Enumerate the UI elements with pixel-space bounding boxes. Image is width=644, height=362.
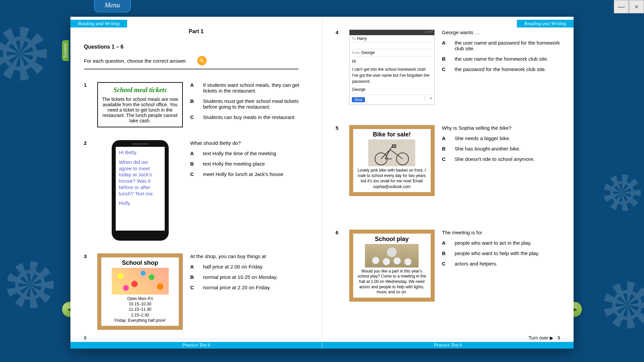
question-1: 1 School meal tickets The tickets for sc… [84, 82, 309, 127]
turn-over-text: Turn over ▶ [529, 335, 553, 341]
option-text: half price at 2.00 on Friday. [203, 264, 309, 269]
q5-option-c[interactable]: C [442, 156, 447, 162]
play-image [365, 244, 419, 267]
question-number: 4 [336, 29, 342, 105]
option-text: the password for the homework club site. [455, 66, 560, 72]
answer-key-button[interactable] [197, 56, 207, 65]
q1-notice-title: School meal tickets [101, 86, 179, 94]
option-text: the user name for the homework club site… [455, 56, 560, 62]
option-text: Students can buy meals in the restaurant… [203, 114, 309, 120]
bg-gear-icon [604, 174, 641, 211]
menu-button[interactable]: Menu [94, 0, 131, 12]
option-text: meet Holly for lunch at Jack's house [203, 171, 309, 177]
q3-title: School shop [104, 259, 176, 266]
bg-gear-icon [604, 282, 644, 328]
q6-option-c[interactable]: C [442, 261, 447, 266]
option-text: normal price at 2.20 on Friday. [203, 285, 309, 290]
q3-times: 2.15–2.30 [104, 312, 176, 318]
q2-option-b[interactable]: B [190, 161, 196, 167]
email-from-label: From [352, 51, 360, 55]
question-number: 1 [84, 82, 90, 127]
email-from-value: George [361, 50, 375, 55]
q6-notice: School play Would you like a part in thi… [349, 230, 435, 302]
q5-body: Lovely pink bike with basket on front. I… [356, 168, 428, 189]
q5-option-b[interactable]: B [442, 146, 447, 152]
option-text: normal price at 10.25 on Monday. [203, 274, 309, 280]
q4-option-b[interactable]: B [442, 56, 447, 62]
q3-option-a[interactable]: A [190, 264, 196, 269]
q1-option-b[interactable]: B [190, 98, 196, 110]
minimize-button[interactable]: — [614, 0, 629, 13]
question-6: 6 School play Would you like a part in t… [336, 230, 560, 302]
close-button[interactable]: × [629, 0, 644, 13]
q4-email: ToHarry FromGeorge Hi I can't get into t… [349, 29, 435, 105]
q3-prompt: At the shop, you can buy things at [190, 253, 309, 259]
q3-open: Open Mon–Fri [104, 296, 176, 301]
q3-notice: School shop Open Mon–Fri 10.15–10.30 11.… [97, 253, 183, 330]
option-text: people who want to help with the play. [455, 250, 560, 256]
q4-option-a[interactable]: A [442, 40, 447, 51]
q4-option-c[interactable]: C [442, 66, 447, 72]
question-5: 5 Bike for sale! Lovely pink bike with b… [336, 125, 560, 196]
q3-option-b[interactable]: B [190, 274, 196, 280]
q4-prompt: George wants … [442, 29, 560, 35]
email-body-greeting: Hi [352, 58, 432, 64]
question-2: 2 Hi Betty When did we agree to meet tod… [84, 140, 309, 241]
q1-option-a[interactable]: A [190, 82, 196, 94]
left-page: Reading and Writing Part 1 Questions 1 –… [70, 17, 322, 349]
bg-gear-icon [7, 261, 54, 308]
option-text: people who want to act in the play. [455, 240, 560, 246]
option-text: If students want school meals, they can … [203, 82, 309, 94]
option-text: She needs a bigger bike. [455, 135, 560, 141]
q3-option-c[interactable]: C [190, 285, 196, 290]
question-number: 3 [84, 253, 90, 330]
q2-phone: Hi Betty When did we agree to meet today… [112, 140, 169, 241]
content-tab-button[interactable]: Content [62, 40, 69, 61]
q6-prompt: The meeting is for [442, 230, 560, 235]
question-3: 3 School shop Open Mon–Fri 10.15–10.30 1… [84, 253, 309, 330]
q2-prompt: What should Betty do? [190, 140, 309, 146]
option-text: text Holly the meeting place [203, 161, 309, 167]
page-spread: Reading and Writing Part 1 Questions 1 –… [70, 17, 574, 349]
q2-phone-sign: Holly [119, 200, 161, 206]
q5-option-a[interactable]: A [442, 135, 447, 141]
candy-image [112, 268, 169, 295]
svg-point-0 [200, 59, 202, 61]
email-titlebar [350, 30, 434, 35]
option-text: She doesn't ride to school anymore. [455, 156, 560, 162]
q3-friday: Friday: Everything half price! [104, 318, 176, 323]
email-to-value: Harry [357, 36, 367, 41]
page-number-right: 9 [557, 335, 560, 341]
option-text: actors and helpers. [455, 261, 560, 266]
q5-title: Bike for sale! [356, 131, 428, 138]
q2-phone-body: When did we agree to meet today at Jack'… [119, 159, 161, 197]
footer-left: Practice Test 6 [70, 342, 322, 349]
footer-right: Practice Test 6 [322, 342, 574, 349]
option-text: the user name and password for the homew… [455, 40, 560, 51]
q2-option-c[interactable]: C [190, 171, 196, 177]
q3-times: 11.15–11.30 [104, 307, 176, 312]
bike-image [368, 139, 415, 166]
q6-option-b[interactable]: B [442, 250, 447, 256]
q1-option-c[interactable]: C [190, 114, 196, 120]
email-to-label: To [352, 37, 356, 41]
q2-phone-greeting: Hi Betty [119, 149, 161, 156]
email-attach-icons: ⋮ ▾ [423, 96, 433, 101]
page-number-left: 8 [84, 335, 87, 341]
bg-gear-icon [0, 27, 47, 80]
email-cc-row [350, 42, 434, 49]
q2-option-a[interactable]: A [190, 150, 196, 156]
q6-option-a[interactable]: A [442, 240, 447, 246]
q6-title: School play [356, 236, 428, 243]
q5-notice: Bike for sale! Lovely pink bike with bas… [349, 125, 435, 196]
question-range: Questions 1 – 6 [84, 44, 309, 50]
question-number: 6 [336, 230, 342, 302]
section-tab-left: Reading and Writing [70, 20, 127, 27]
right-page: Reading and Writing 4 ToHarry FromGeorge… [322, 17, 574, 349]
q6-body: Would you like a part in this year's sch… [356, 269, 428, 295]
q3-times: 10.15–10.30 [104, 301, 176, 307]
window-controls: — × [614, 0, 644, 13]
email-send-button: Send [352, 97, 365, 102]
q1-notice-body: The tickets for school meals are now ava… [101, 97, 179, 123]
section-tab-right: Reading and Writing [517, 20, 574, 27]
